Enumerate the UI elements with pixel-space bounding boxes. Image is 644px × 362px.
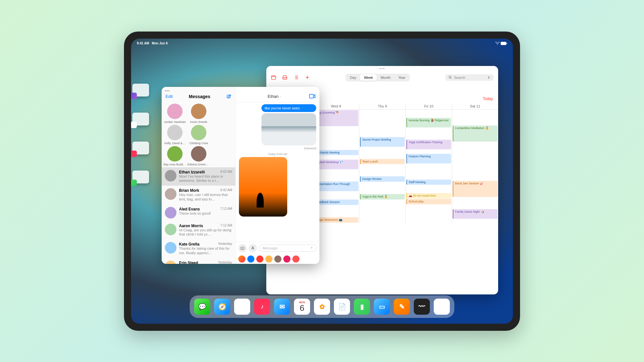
compose-icon[interactable] xyxy=(226,94,232,99)
day-header: Thu 9 xyxy=(359,103,405,110)
facetime-icon[interactable] xyxy=(309,94,316,98)
seg-year[interactable]: Year xyxy=(394,74,409,81)
pin-name: Climbing Crew xyxy=(187,142,210,145)
contact-name: Erin Steed xyxy=(179,261,198,264)
day-header: Wed 8 xyxy=(313,103,359,110)
calendar-icon[interactable] xyxy=(271,75,276,80)
dock-app-keynote[interactable]: ▭ xyxy=(374,299,390,315)
calendar-event[interactable]: Presentation Run-Through xyxy=(314,181,358,191)
contact-name: Brian Mork xyxy=(179,188,199,193)
message-preview: Nice! I've heard this place is awesome. … xyxy=(179,174,232,183)
conversation-row[interactable]: Erin SteedYesterdayHey Craig, Here's the… xyxy=(162,258,235,264)
avatar xyxy=(191,125,206,140)
seg-week[interactable]: Week xyxy=(360,74,377,81)
view-segmented-control[interactable]: Day Week Month Year xyxy=(346,74,410,81)
pinned-chat[interactable]: Jordan Vandnais xyxy=(164,104,186,124)
mic-icon[interactable] xyxy=(487,76,490,79)
list-icon[interactable] xyxy=(293,75,299,80)
calendar-event[interactable]: Band Jam Session 🎸 xyxy=(453,181,497,197)
calendar-event[interactable]: Binge Severance 📺 xyxy=(314,217,358,223)
edit-button[interactable]: Edit xyxy=(166,94,173,99)
seg-month[interactable]: Month xyxy=(377,74,394,81)
pinned-chat[interactable]: Climbing Crew xyxy=(187,125,210,145)
sticker-app-icon[interactable] xyxy=(274,255,281,263)
photos-app-icon[interactable] xyxy=(265,255,272,263)
stage-thumb-numbers[interactable] xyxy=(132,171,149,183)
dock-app-mail[interactable]: ✉ xyxy=(274,299,290,315)
calendar-event[interactable]: Team Lunch xyxy=(360,159,405,164)
app-store-button[interactable]: A xyxy=(249,244,257,252)
pinned-chat[interactable]: Kevin Smeds xyxy=(187,104,210,124)
calendar-event[interactable]: Dog Grooming 🐕 xyxy=(314,110,358,126)
messages-window[interactable]: ••• Edit Messages Jordan VandnaisKevin S… xyxy=(162,87,319,264)
window-handle-icon[interactable]: ••• xyxy=(266,66,498,72)
calendar-event[interactable]: Design Review xyxy=(360,176,405,182)
calendar-event[interactable]: School play xyxy=(406,199,451,204)
calendar-event[interactable]: All-Hands Meeting xyxy=(314,150,358,155)
stage-thumb-photos[interactable] xyxy=(132,113,149,125)
calendar-event[interactable]: Yoga Certification Training xyxy=(406,140,451,149)
stage-thumb-music[interactable] xyxy=(132,142,149,154)
message-preview: Thanks for taking care of this for me. R… xyxy=(179,246,232,255)
pinned-chat[interactable]: Kelly, David &… xyxy=(164,125,186,145)
conversation-row[interactable]: Brian Mork8:42 AMHey man, can I still bo… xyxy=(162,186,235,204)
pinned-chat[interactable]: Bay Area Buddi… xyxy=(164,146,186,166)
dock-app-procreate[interactable]: 〰 xyxy=(414,299,430,315)
avatar xyxy=(165,261,176,264)
music-icon xyxy=(131,151,137,157)
conversation-name[interactable]: Ethan › xyxy=(268,94,281,99)
pin-name: Bay Area Buddi… xyxy=(164,163,186,166)
calendar-event[interactable]: Competitive Meditation 🧘 xyxy=(453,125,497,142)
dock-app-music[interactable]: ♪ xyxy=(254,299,270,315)
dock-app-photos[interactable]: ✿ xyxy=(314,299,330,315)
mic-icon[interactable] xyxy=(310,246,313,250)
dock-app-calendar[interactable]: MON6 xyxy=(294,299,310,315)
dock-app-pages[interactable]: ✎ xyxy=(394,299,410,315)
digital-touch-icon[interactable] xyxy=(283,255,290,263)
calendar-event[interactable]: Incense Burning 🪵 Ridgecrest xyxy=(406,118,451,127)
calendar-event[interactable]: Family Game Night 🎲 xyxy=(453,209,497,219)
outgoing-image[interactable] xyxy=(261,113,316,145)
incoming-image[interactable] xyxy=(239,157,287,217)
add-icon[interactable] xyxy=(305,75,310,80)
dock-app-messages[interactable]: 💬 xyxy=(194,299,210,315)
window-handle-icon[interactable]: ••• xyxy=(165,89,170,93)
appstore-app-icon[interactable] xyxy=(247,255,254,263)
dock-app-recent[interactable]: ⠿ xyxy=(434,299,450,315)
conversation-row[interactable]: Aaron Morris7:12 AMHi Craig, are you sti… xyxy=(162,221,235,240)
input-bar: A iMessage xyxy=(236,242,319,254)
app-strip[interactable] xyxy=(236,254,319,264)
conversation-row[interactable]: Ethan Izzarelli9:02 AMNice! I've heard t… xyxy=(162,167,235,186)
dock-app-safari[interactable]: 🧭 xyxy=(214,299,230,315)
message-time: Yesterday xyxy=(218,261,232,264)
calendar-event[interactable]: Crystal Workshop 💎 xyxy=(314,160,358,169)
wifi-icon xyxy=(495,42,500,45)
svg-rect-4 xyxy=(488,76,489,78)
camera-button[interactable] xyxy=(238,244,247,252)
conversation-row[interactable]: Kate GrellaYesterdayThanks for taking ca… xyxy=(162,239,235,258)
calendar-event[interactable]: Feature Planning xyxy=(406,154,451,163)
calendar-event[interactable]: Feedback Session xyxy=(314,200,358,205)
memoji-app-icon[interactable] xyxy=(238,255,245,263)
message-input[interactable]: iMessage xyxy=(259,245,317,252)
pinned-chat[interactable]: Edwina Greena… xyxy=(187,146,210,166)
contact-name: Aled Evans xyxy=(179,207,200,211)
pin-name: Edwina Greena… xyxy=(187,163,210,166)
dock-app-reminders[interactable]: ◉ xyxy=(234,299,250,315)
seg-day[interactable]: Day xyxy=(346,74,360,81)
conversation-row[interactable]: Aled Evans7:12 AMThese look so good! xyxy=(162,204,235,221)
dock-app-numbers[interactable]: ▮ xyxy=(354,299,370,315)
calendar-event[interactable]: Secret Project Briefing xyxy=(360,137,405,147)
calendar-event[interactable]: 🚗 30 min travel time xyxy=(406,193,451,199)
ipad-device: 9:41 AM Mon Jun 6 ••• Day Week Month xyxy=(124,32,520,331)
search-icon xyxy=(449,76,452,79)
audio-app-icon[interactable] xyxy=(256,255,263,263)
calendar-event[interactable]: Staff Meeting xyxy=(406,180,451,185)
message-preview: Hi Craig, are you still up for doing tha… xyxy=(179,228,232,237)
search-field[interactable]: Search xyxy=(445,74,494,81)
dock-app-files[interactable]: 📄 xyxy=(334,299,350,315)
inbox-icon[interactable] xyxy=(282,75,288,80)
more-app-icon[interactable] xyxy=(292,255,299,263)
calendar-event[interactable]: Yoga in the Park 🧘 xyxy=(360,194,405,200)
stage-thumb-freeform[interactable] xyxy=(132,84,149,97)
